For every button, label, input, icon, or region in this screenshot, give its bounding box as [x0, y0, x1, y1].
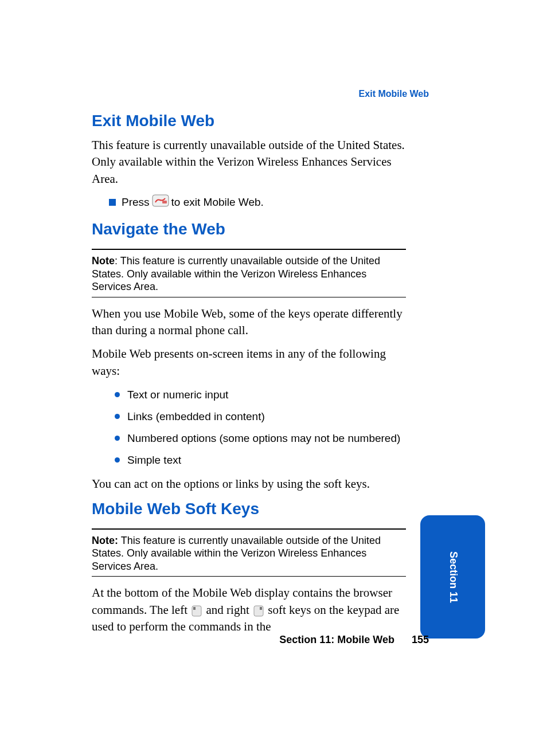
- heading-navigate-the-web: Navigate the Web: [92, 220, 406, 238]
- page: Exit Mobile Web Exit Mobile Web This fea…: [0, 0, 547, 756]
- navigate-para1: When you use Mobile Web, some of the key…: [92, 305, 406, 339]
- list-item: Text or numeric input: [115, 389, 406, 401]
- list-item: Numbered options (some options may not b…: [115, 432, 406, 445]
- press-label: Press: [122, 196, 150, 209]
- section-tab-label: Section 11: [447, 551, 459, 602]
- heading-mobile-web-soft-keys: Mobile Web Soft Keys: [92, 500, 406, 518]
- svg-rect-1: [162, 201, 167, 203]
- softkeys-text-b: and right: [206, 603, 252, 617]
- exit-instruction-rest: to exit Mobile Web.: [171, 196, 264, 209]
- note-body: This feature is currently unavailable ou…: [92, 535, 381, 572]
- divider-rule: [92, 576, 406, 577]
- navigate-para2: Mobile Web presents on-screen items in a…: [92, 346, 406, 379]
- end-key-icon: [152, 194, 169, 210]
- softkeys-note: Note: This feature is currently unavaila…: [92, 534, 406, 573]
- right-softkey-icon: [253, 605, 264, 617]
- heading-exit-mobile-web: Exit Mobile Web: [92, 112, 406, 130]
- softkeys-para: At the bottom of the Mobile Web display …: [92, 585, 406, 635]
- left-softkey-icon: [192, 605, 202, 617]
- note-label: Note: [92, 255, 115, 267]
- page-footer: Section 11: Mobile Web 155: [279, 634, 429, 646]
- page-content: Exit Mobile Web This feature is currentl…: [92, 112, 406, 642]
- exit-instruction-bullet: Press to exit Mobile Web.: [109, 194, 406, 210]
- note-label: Note:: [92, 535, 118, 546]
- footer-section-label: Section 11: Mobile Web: [279, 634, 394, 646]
- divider-rule: [92, 297, 406, 297]
- list-item: Simple text: [115, 454, 406, 467]
- running-header: Exit Mobile Web: [359, 89, 429, 99]
- divider-rule: [92, 249, 406, 250]
- navigate-para3: You can act on the options or links by u…: [92, 476, 406, 492]
- note-body: : This feature is currently unavailable …: [92, 255, 380, 292]
- list-item: Links (embedded in content): [115, 410, 406, 423]
- presentation-list: Text or numeric input Links (embedded in…: [115, 389, 406, 467]
- exit-description: This feature is currently unavailable ou…: [92, 137, 406, 187]
- section-tab: Section 11: [420, 515, 485, 639]
- square-bullet-icon: [109, 199, 116, 206]
- svg-rect-3: [193, 607, 196, 610]
- footer-page-number: 155: [412, 634, 429, 646]
- divider-rule: [92, 528, 406, 530]
- navigate-note: Note: This feature is currently unavaila…: [92, 254, 406, 293]
- svg-rect-5: [260, 607, 262, 610]
